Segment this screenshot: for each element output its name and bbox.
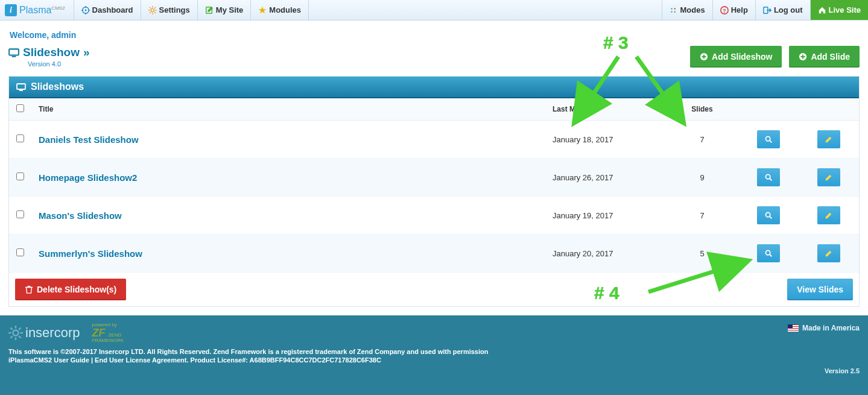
page-body: Welcome, admin Slideshow » Version 4.0 A… bbox=[0, 21, 868, 315]
nav-mysite-label: My Site bbox=[216, 5, 244, 14]
footer-insercorp[interactable]: insercorp bbox=[8, 325, 80, 341]
nav-logout[interactable]: Log out bbox=[755, 0, 810, 20]
add-slide-button[interactable]: Add Slide bbox=[789, 46, 860, 68]
nav-help[interactable]: Help bbox=[712, 0, 755, 20]
row-checkbox[interactable] bbox=[16, 134, 24, 142]
row-modified: January 19, 2017 bbox=[545, 197, 666, 235]
add-slideshow-button[interactable]: Add Slideshow bbox=[690, 46, 782, 68]
module-version: Version 4.0 bbox=[28, 60, 90, 68]
row-slides: 5 bbox=[666, 235, 738, 273]
row-edit-button[interactable] bbox=[817, 206, 840, 224]
search-icon bbox=[764, 249, 773, 258]
row-checkbox[interactable] bbox=[16, 172, 24, 180]
search-icon bbox=[764, 211, 773, 220]
nav-modules-label: Modules bbox=[269, 5, 301, 14]
nav-dashboard[interactable]: Dashboard bbox=[74, 0, 141, 20]
row-checkbox[interactable] bbox=[16, 248, 24, 256]
delete-slideshows-button[interactable]: Delete Slideshow(s) bbox=[15, 279, 126, 300]
breadcrumb[interactable]: Slideshow » bbox=[8, 46, 90, 59]
footer-zend: powered by ZF ZEND FRAMEWORK bbox=[92, 323, 124, 343]
col-modified[interactable]: Last Modified bbox=[545, 98, 666, 121]
pencil-icon bbox=[825, 249, 833, 258]
row-modified: January 20, 2017 bbox=[545, 235, 666, 273]
welcome-text: Welcome, admin bbox=[10, 30, 858, 40]
footer: insercorp powered by ZF ZEND FRAMEWORK T… bbox=[0, 315, 868, 395]
row-slides: 9 bbox=[666, 159, 738, 197]
footer-made-in: Made in America bbox=[788, 324, 860, 332]
home-icon bbox=[818, 6, 826, 14]
row-title[interactable]: Summerlyn's Slideshow bbox=[39, 248, 142, 259]
nav-help-label: Help bbox=[731, 5, 748, 14]
nav-livesite[interactable]: Live Site bbox=[810, 0, 868, 20]
footer-line1: This software is ©2007-2017 Insercorp LT… bbox=[8, 348, 860, 355]
nav-dashboard-label: Dashboard bbox=[92, 5, 133, 14]
table-row: Daniels Test SlideshowJanuary 18, 20177 bbox=[9, 121, 859, 159]
plus-circle-icon bbox=[799, 52, 807, 61]
slideshows-table: Title Last Modified Slides Daniels Test … bbox=[9, 98, 859, 273]
select-all-checkbox[interactable] bbox=[16, 104, 24, 112]
row-slides: 7 bbox=[666, 121, 738, 159]
module-header: Slideshow » Version 4.0 Add Slideshow Ad… bbox=[8, 46, 860, 68]
row-edit-button[interactable] bbox=[817, 130, 840, 148]
logout-icon bbox=[763, 6, 771, 14]
us-flag-icon bbox=[788, 324, 799, 332]
row-edit-button[interactable] bbox=[817, 168, 840, 186]
row-view-button[interactable] bbox=[757, 244, 780, 262]
logo-text: PlasmaCMS2 bbox=[19, 5, 65, 16]
view-slides-button[interactable]: View Slides bbox=[787, 279, 853, 300]
col-title[interactable]: Title bbox=[31, 98, 545, 121]
modes-icon bbox=[670, 6, 678, 14]
search-icon bbox=[764, 135, 773, 144]
footer-version: Version 2.5 bbox=[825, 367, 860, 374]
row-title[interactable]: Mason's Slideshow bbox=[39, 210, 122, 221]
nav-mysite[interactable]: My Site bbox=[198, 0, 252, 20]
chevron-icon: » bbox=[83, 46, 90, 59]
nav-livesite-label: Live Site bbox=[829, 5, 861, 14]
zf-brand: ZEND bbox=[108, 332, 121, 338]
nav-left: Dashboard Settings My Site Modules bbox=[74, 0, 309, 20]
add-slideshow-label: Add Slideshow bbox=[712, 52, 772, 62]
plus-circle-icon bbox=[700, 52, 708, 61]
nav-settings[interactable]: Settings bbox=[141, 0, 198, 20]
search-icon bbox=[764, 173, 773, 182]
footer-line2: iPlasmaCMS2 User Guide | End User Licens… bbox=[8, 356, 860, 364]
pencil-icon bbox=[825, 173, 833, 182]
row-view-button[interactable] bbox=[757, 168, 780, 186]
nav-settings-label: Settings bbox=[159, 5, 190, 14]
help-icon bbox=[720, 6, 729, 14]
col-slides[interactable]: Slides bbox=[666, 98, 738, 121]
nav-modes[interactable]: Modes bbox=[662, 0, 712, 20]
table-row: Summerlyn's SlideshowJanuary 20, 20175 bbox=[9, 235, 859, 273]
screen-icon bbox=[16, 82, 26, 92]
footer-insercorp-label: insercorp bbox=[25, 325, 80, 341]
topbar: i PlasmaCMS2 Dashboard Settings My Site … bbox=[0, 0, 868, 21]
logo-icon: i bbox=[5, 4, 17, 16]
logo[interactable]: i PlasmaCMS2 bbox=[0, 0, 74, 20]
breadcrumb-title: Slideshow bbox=[23, 46, 80, 59]
row-edit-button[interactable] bbox=[817, 244, 840, 262]
row-view-button[interactable] bbox=[757, 206, 780, 224]
row-modified: January 26, 2017 bbox=[545, 159, 666, 197]
row-title[interactable]: Daniels Test Slideshow bbox=[39, 134, 139, 145]
star-icon bbox=[258, 6, 267, 14]
footer-made-label: Made in America bbox=[802, 324, 860, 332]
pencil-icon bbox=[825, 211, 833, 220]
nav-modules[interactable]: Modules bbox=[251, 0, 309, 20]
row-view-button[interactable] bbox=[757, 130, 780, 148]
slideshows-panel: Slideshows Title Last Modified Slides Da… bbox=[8, 76, 860, 307]
row-checkbox[interactable] bbox=[16, 210, 24, 218]
table-row: Mason's SlideshowJanuary 19, 20177 bbox=[9, 197, 859, 235]
panel-title: Slideshows bbox=[31, 81, 84, 92]
nav-modes-label: Modes bbox=[680, 5, 705, 14]
trash-icon bbox=[25, 285, 33, 294]
target-icon bbox=[81, 6, 90, 14]
zf-sub: FRAMEWORK bbox=[92, 338, 124, 343]
gear-icon bbox=[8, 326, 23, 340]
panel-footer: Delete Slideshow(s) View Slides bbox=[9, 273, 859, 306]
edit-icon bbox=[205, 6, 214, 14]
row-title[interactable]: Homepage Slideshow2 bbox=[39, 172, 137, 183]
delete-slideshows-label: Delete Slideshow(s) bbox=[37, 285, 116, 294]
table-row: Homepage Slideshow2January 26, 20179 bbox=[9, 159, 859, 197]
add-slide-label: Add Slide bbox=[811, 52, 850, 62]
row-modified: January 18, 2017 bbox=[545, 121, 666, 159]
